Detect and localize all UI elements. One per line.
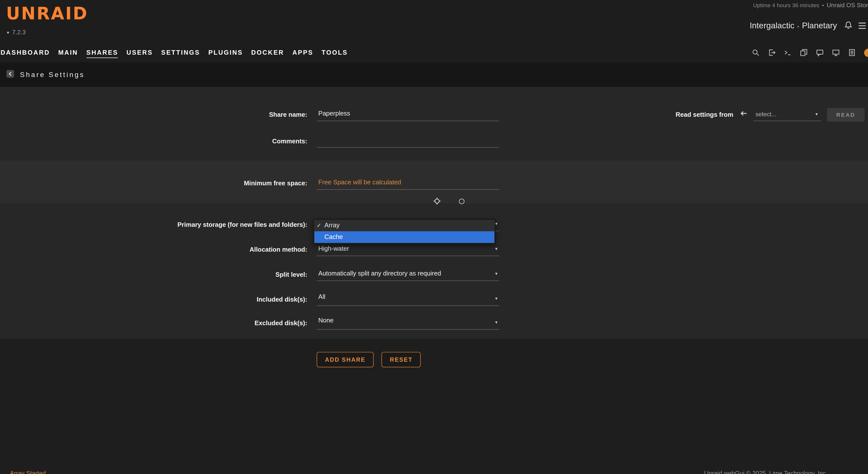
nav-shares[interactable]: SHARES — [86, 47, 118, 58]
chevron-down-icon: ▼ — [494, 297, 498, 301]
nav-docker[interactable]: DOCKER — [251, 48, 284, 58]
check-icon: ✓ — [317, 219, 321, 231]
included-disks-select[interactable]: All ▼ — [317, 292, 499, 306]
monitor-icon[interactable] — [832, 49, 840, 57]
dropdown-option-cache[interactable]: Cache — [314, 231, 494, 243]
profile-circle-icon[interactable] — [864, 48, 868, 57]
pointer-ring-icon — [459, 199, 464, 204]
primary-storage-label: Primary storage (for new files and folde… — [0, 217, 307, 232]
unraid-logo[interactable]: UNRAID — [6, 3, 88, 23]
chat-icon[interactable] — [816, 49, 824, 57]
share-name-value: Paperpless — [318, 110, 350, 117]
version-number: 7.2.3 — [12, 29, 26, 36]
dropdown-option-label: Cache — [324, 234, 343, 240]
unraid-webgui: UNRAID ● 7.2.3 Uptime 4 hours 36 minutes… — [0, 0, 868, 474]
server-description: Planetary — [802, 21, 837, 30]
server-name: Intergalactic — [750, 21, 795, 30]
allocation-method-row: Allocation method: High-water ▼ — [0, 242, 868, 257]
included-disks-value: All — [318, 293, 326, 300]
included-disks-row: Included disk(s): All ▼ — [0, 292, 868, 307]
section-identity — [0, 87, 868, 161]
comments-row: Comments: — [0, 133, 868, 149]
split-level-value: Automatically split any directory as req… — [318, 270, 441, 277]
uptime-line: Uptime 4 hours 36 minutes•Unraid OS Stor — [753, 2, 868, 8]
share-name-input[interactable]: Paperpless — [317, 107, 499, 121]
read-button[interactable]: READ — [827, 108, 865, 122]
read-settings-select-value: select... — [755, 110, 776, 117]
nav-users[interactable]: USERS — [126, 48, 153, 58]
split-level-label: Split level: — [0, 267, 307, 282]
logout-icon[interactable] — [768, 49, 776, 57]
chevron-down-icon: ▼ — [494, 247, 498, 251]
section-actions — [0, 339, 868, 474]
uptime-text: Uptime 4 hours 36 minutes — [753, 2, 819, 8]
primary-storage-dropdown: ✓ Array Cache — [313, 219, 496, 244]
allocation-method-value: High-water — [318, 245, 349, 252]
status-dot-icon: ● — [7, 30, 9, 35]
form-actions: ADD SHARE RESET — [317, 352, 421, 367]
share-settings-form: Share name: Paperpless Read settings fro… — [0, 87, 868, 474]
chevron-down-icon: ▼ — [494, 272, 498, 275]
read-settings-select[interactable]: select... ▼ — [753, 108, 821, 121]
nav-main[interactable]: MAIN — [58, 48, 78, 58]
excluded-disks-label: Excluded disk(s): — [0, 315, 307, 331]
footer: Array Started Unraid webGui © 2025, Lime… — [0, 470, 868, 474]
bullet-separator: • — [795, 23, 802, 29]
nav-settings[interactable]: SETTINGS — [161, 48, 200, 58]
dropdown-option-label: Array — [324, 222, 340, 229]
read-settings-label: Read settings from — [676, 111, 733, 118]
excluded-disks-value: None — [318, 317, 334, 324]
comments-label: Comments: — [0, 133, 307, 149]
excluded-disks-select[interactable]: None ▼ — [317, 315, 499, 330]
copyright-text: Unraid webGui © 2025, Lime Technology, I… — [704, 470, 828, 474]
copy-icon[interactable] — [800, 49, 808, 57]
header: UNRAID ● 7.2.3 Uptime 4 hours 36 minutes… — [0, 0, 868, 63]
nav-plugins[interactable]: PLUGINS — [208, 48, 243, 58]
bell-icon[interactable] — [844, 21, 852, 29]
page-titlebar: Share Settings — [0, 63, 868, 87]
dropdown-option-array[interactable]: ✓ Array — [314, 219, 495, 231]
chevron-down-icon: ▼ — [815, 112, 818, 116]
page-title: Share Settings — [20, 71, 85, 78]
chevron-down-icon: ▼ — [494, 320, 498, 324]
nav-apps[interactable]: APPS — [292, 48, 313, 58]
bullet-separator: • — [819, 2, 827, 8]
min-free-space-row: Minimum free space: Free Space will be c… — [0, 175, 868, 191]
cursor-crosshair-icon — [433, 197, 441, 205]
version-label: ● 7.2.3 — [7, 29, 26, 36]
add-share-button[interactable]: ADD SHARE — [317, 352, 374, 367]
log-icon[interactable] — [848, 49, 856, 57]
os-description: Unraid OS Stor — [827, 2, 868, 8]
server-identity: Intergalactic•Planetary — [750, 21, 837, 30]
allocation-method-label: Allocation method: — [0, 242, 307, 257]
min-free-space-label: Minimum free space: — [0, 175, 307, 191]
min-free-space-input[interactable]: Free Space will be calculated — [317, 175, 499, 190]
comments-input[interactable] — [317, 133, 499, 148]
included-disks-label: Included disk(s): — [0, 292, 307, 307]
array-status-link[interactable]: Array Started — [10, 470, 46, 474]
back-icon[interactable] — [6, 69, 14, 80]
terminal-icon[interactable] — [784, 49, 792, 57]
main-nav: DASHBOARD MAIN SHARES USERS SETTINGS PLU… — [0, 44, 348, 61]
nav-utility-icons — [752, 44, 868, 61]
nav-dashboard[interactable]: DASHBOARD — [0, 48, 50, 58]
read-settings-cluster: Read settings from select... ▼ READ — [676, 107, 865, 122]
split-level-select[interactable]: Automatically split any directory as req… — [317, 267, 499, 281]
split-level-row: Split level: Automatically split any dir… — [0, 267, 868, 282]
excluded-disks-row: Excluded disk(s): None ▼ — [0, 315, 868, 331]
search-icon[interactable] — [752, 49, 760, 57]
min-free-space-placeholder: Free Space will be calculated — [318, 179, 401, 185]
arrow-left-icon — [740, 109, 747, 120]
nav-tools[interactable]: TOOLS — [322, 48, 348, 58]
menu-icon[interactable] — [858, 22, 866, 29]
share-name-label: Share name: — [0, 107, 307, 122]
reset-button[interactable]: RESET — [381, 352, 421, 367]
